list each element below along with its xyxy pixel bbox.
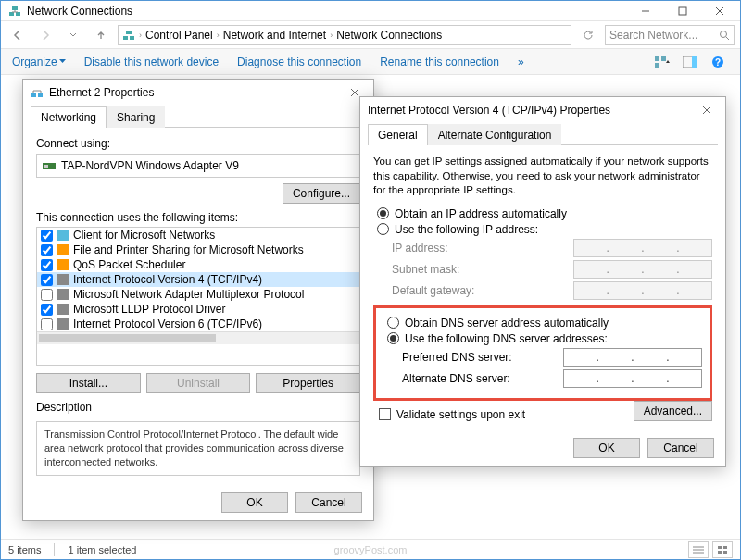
ip-manual-radio[interactable]: Use the following IP address: <box>377 223 712 236</box>
dns-auto-radio[interactable]: Obtain DNS server address automatically <box>387 317 702 330</box>
disable-device[interactable]: Disable this network device <box>84 56 219 68</box>
list-item[interactable]: Microsoft Network Adapter Multiplexor Pr… <box>37 287 359 302</box>
item-count: 5 items <box>8 544 41 555</box>
gateway-label: Default gateway: <box>392 284 573 297</box>
ipv4-properties-dialog: Internet Protocol Version 4 (TCP/IPv4) P… <box>359 96 726 467</box>
organize-menu[interactable]: Organize <box>12 56 66 68</box>
horizontal-scrollbar[interactable] <box>37 331 359 344</box>
component-label: Internet Protocol Version 4 (TCP/IPv4) <box>73 273 262 286</box>
component-checkbox[interactable] <box>41 230 53 242</box>
back-button[interactable] <box>6 24 29 46</box>
adapter-field: TAP-NordVPN Windows Adapter V9 <box>36 154 360 178</box>
component-label: File and Printer Sharing for Microsoft N… <box>73 243 304 256</box>
svg-rect-1 <box>16 12 20 16</box>
component-icon <box>57 259 69 270</box>
command-bar: Organize Disable this network device Dia… <box>1 49 740 75</box>
ip-address-label: IP address: <box>392 242 573 255</box>
list-item[interactable]: Internet Protocol Version 6 (TCP/IPv6) <box>37 317 359 331</box>
svg-line-9 <box>726 37 729 40</box>
dialog-title: Ethernet 2 Properties <box>49 86 344 99</box>
nic-icon <box>43 160 56 171</box>
subnet-input: ... <box>573 260 712 279</box>
statusbar: 5 items 1 item selected groovyPost.com <box>1 539 740 559</box>
svg-rect-20 <box>718 546 722 549</box>
ok-button[interactable]: OK <box>573 438 640 458</box>
icons-view-button[interactable] <box>712 541 733 558</box>
close-icon[interactable] <box>696 100 718 120</box>
ok-button[interactable]: OK <box>221 492 288 513</box>
dns-manual-radio[interactable]: Use the following DNS server addresses: <box>387 332 702 345</box>
component-checkbox[interactable] <box>41 274 53 286</box>
selection-count: 1 item selected <box>68 544 136 555</box>
list-item[interactable]: File and Printer Sharing for Microsoft N… <box>37 243 359 257</box>
component-label: QoS Packet Scheduler <box>73 258 185 271</box>
svg-rect-14 <box>692 56 697 68</box>
cancel-button[interactable]: Cancel <box>295 492 362 513</box>
svg-point-8 <box>721 31 727 37</box>
svg-rect-22 <box>718 551 722 554</box>
configure-button[interactable]: Configure... <box>283 183 360 204</box>
items-label: This connection uses the following items… <box>36 211 360 224</box>
component-checkbox[interactable] <box>41 318 53 330</box>
adapter-icon <box>31 86 44 99</box>
advanced-button[interactable]: Advanced... <box>634 401 712 421</box>
components-list[interactable]: Client for Microsoft NetworksFile and Pr… <box>36 227 360 366</box>
cancel-button[interactable]: Cancel <box>647 438 714 458</box>
tab-networking[interactable]: Networking <box>31 106 107 128</box>
component-label: Microsoft LLDP Protocol Driver <box>73 303 226 316</box>
component-label: Client for Microsoft Networks <box>73 229 215 242</box>
svg-rect-2 <box>12 6 18 10</box>
svg-rect-10 <box>655 56 659 61</box>
diagnose-connection[interactable]: Diagnose this connection <box>237 56 361 68</box>
forward-button[interactable] <box>34 24 57 46</box>
preview-pane-toggle[interactable] <box>679 53 701 71</box>
description-legend: Description <box>36 401 92 414</box>
connect-using-label: Connect using: <box>36 137 360 150</box>
close-button[interactable] <box>701 2 738 20</box>
component-checkbox[interactable] <box>41 304 53 316</box>
list-item[interactable]: Client for Microsoft Networks <box>37 228 359 243</box>
pref-dns-input[interactable]: ... <box>563 348 702 367</box>
tab-general[interactable]: General <box>368 124 428 145</box>
list-item[interactable]: Internet Protocol Version 4 (TCP/IPv4) <box>37 272 359 287</box>
component-icon <box>57 304 69 315</box>
help-icon[interactable]: ? <box>707 53 729 71</box>
titlebar: Network Connections <box>1 1 740 21</box>
view-dropdown[interactable] <box>651 53 673 71</box>
install-button[interactable]: Install... <box>36 373 141 393</box>
breadcrumb[interactable]: › Control Panel › Network and Internet ›… <box>118 25 571 45</box>
breadcrumb-icon <box>122 29 135 42</box>
properties-button[interactable]: Properties <box>256 373 360 393</box>
pref-dns-label: Preferred DNS server: <box>402 351 563 364</box>
more-commands[interactable]: » <box>518 56 524 68</box>
ip-auto-radio[interactable]: Obtain an IP address automatically <box>377 207 712 220</box>
component-checkbox[interactable] <box>41 244 53 256</box>
svg-rect-0 <box>9 12 14 16</box>
ethernet-properties-dialog: Ethernet 2 Properties Networking Sharing… <box>22 79 374 521</box>
maximize-button[interactable] <box>664 2 701 20</box>
list-item[interactable]: Microsoft LLDP Protocol Driver <box>37 302 359 317</box>
breadcrumb-item[interactable]: Network Connections <box>336 29 442 42</box>
tab-sharing[interactable]: Sharing <box>107 106 165 128</box>
component-checkbox[interactable] <box>41 259 53 271</box>
description-text: Transmission Control Protocol/Internet P… <box>36 421 360 476</box>
recent-dropdown[interactable] <box>62 24 84 46</box>
search-input[interactable]: Search Network... <box>605 25 735 45</box>
minimize-button[interactable] <box>627 2 664 20</box>
details-view-button[interactable] <box>688 541 709 558</box>
rename-connection[interactable]: Rename this connection <box>380 56 499 68</box>
breadcrumb-item[interactable]: Control Panel <box>145 29 213 42</box>
adapter-name: TAP-NordVPN Windows Adapter V9 <box>61 159 239 172</box>
list-item[interactable]: QoS Packet Scheduler <box>37 257 359 272</box>
svg-text:?: ? <box>715 57 721 68</box>
up-button[interactable] <box>90 24 112 46</box>
tab-alternate[interactable]: Alternate Configuration <box>428 124 562 145</box>
component-checkbox[interactable] <box>41 289 53 301</box>
refresh-button[interactable] <box>577 24 599 46</box>
alt-dns-input[interactable]: ... <box>563 369 702 388</box>
window-title: Network Connections <box>27 5 627 18</box>
dns-highlight: Obtain DNS server address automatically … <box>373 305 712 401</box>
search-placeholder: Search Network... <box>609 29 715 42</box>
breadcrumb-item[interactable]: Network and Internet <box>223 29 326 42</box>
watermark: groovyPost.com <box>334 544 408 555</box>
